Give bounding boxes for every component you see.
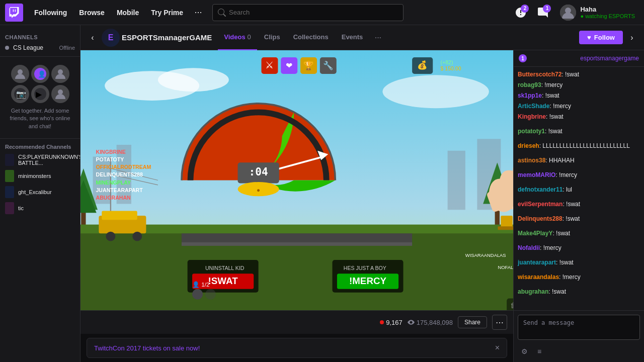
- svg-text:🏆: 🏆: [303, 60, 314, 71]
- svg-rect-34: [102, 211, 137, 220]
- search-icon: [218, 9, 226, 17]
- tab-events[interactable]: Events: [336, 25, 369, 50]
- nav-try-prime[interactable]: Try Prime: [146, 6, 188, 20]
- svg-text:MEMOMARIO: MEMOMARIO: [513, 205, 513, 211]
- chat-toolbar-icons: ⚙ ≡: [518, 345, 546, 358]
- friend-avatar-4: 📷: [11, 85, 29, 103]
- game-channel-name: CS:PLAYERUNKNOWN'S BATTLE...: [18, 154, 80, 166]
- svg-point-16: [382, 75, 489, 108]
- svg-rect-57: [205, 289, 216, 300]
- chat-message: astinos38: HHAHAH: [518, 156, 640, 165]
- share-button[interactable]: Share: [458, 316, 487, 328]
- sidebar-channel-csleague[interactable]: CS League Offline: [0, 42, 80, 53]
- follow-button[interactable]: ♥ Follow: [579, 31, 623, 44]
- user-area[interactable]: Haha ● watching ESPORTS: [556, 3, 639, 23]
- chat-message: wisaraandalas: !mercy: [518, 273, 640, 282]
- nav-mobile[interactable]: Mobile: [112, 6, 144, 20]
- friends-text: Get together. Add some friends, see who'…: [5, 107, 75, 130]
- game-channel-name-4: tic: [18, 205, 24, 211]
- video-chat-area: :04 ●: [80, 50, 644, 362]
- game-thumb-3: [5, 186, 14, 198]
- twitch-logo[interactable]: [5, 4, 23, 22]
- tab-collections[interactable]: Collections: [287, 25, 335, 50]
- viewers-dot: [380, 320, 384, 324]
- svg-text:POTATOTY: POTATOTY: [96, 156, 124, 162]
- messages-button[interactable]: 1: [534, 4, 552, 22]
- sidebar-divider-2: [0, 138, 80, 139]
- svg-text:KINGBRINE: KINGBRINE: [96, 149, 126, 155]
- nav-right-area: 2 1 Haha ● watching ESPORTS: [512, 3, 639, 23]
- channel-status: Offline: [59, 45, 75, 51]
- chat-message: Butterscotch72: !swat: [518, 70, 640, 79]
- chat-message: juantearapart: !swat: [518, 258, 640, 267]
- chat-message: memoMARIO: !mercy: [518, 170, 640, 179]
- game-thumb-4: [5, 202, 14, 214]
- more-options-button[interactable]: ⋯: [492, 315, 507, 330]
- video-player[interactable]: :04 ●: [80, 50, 513, 310]
- nav-browse[interactable]: Browse: [74, 6, 110, 20]
- channel-header-forward[interactable]: ›: [625, 31, 639, 45]
- chat-message: potatoty1: !swat: [518, 127, 640, 136]
- sidebar-item-battlegrounds[interactable]: CS:PLAYERUNKNOWN'S BATTLE...: [0, 152, 80, 168]
- chat-message: Make4PlayY: !swat: [518, 229, 640, 238]
- chat-settings-icon[interactable]: ⚙: [518, 345, 531, 358]
- svg-text:●: ●: [257, 187, 260, 193]
- game-background-svg: :04 ●: [80, 50, 513, 310]
- svg-rect-1: [13, 9, 14, 12]
- nav-more-button[interactable]: ···: [190, 5, 206, 21]
- chat-message: Kingbrine: !swat: [518, 112, 640, 121]
- friend-avatar-6: [51, 85, 69, 103]
- channel-tabs: Videos 0 Clips Collections Events ···: [218, 25, 386, 50]
- user-info: Haha ● watching ESPORTS: [580, 6, 635, 19]
- friend-avatar-3: [51, 65, 69, 83]
- channel-title: ESPORTSmanagerGAME: [122, 33, 212, 42]
- friend-avatar-5: ▶: [31, 85, 49, 103]
- svg-text:!SWAT: !SWAT: [208, 276, 238, 286]
- channel-status-dot: [5, 46, 9, 50]
- chat-message: sk1pp1e: !swat: [518, 91, 640, 100]
- chat-channel-name: esportsmanagergame: [580, 55, 639, 62]
- friend-avatar-2: 👤: [31, 65, 49, 83]
- video-section: :04 ●: [80, 50, 513, 362]
- svg-rect-56: [192, 289, 203, 300]
- svg-text:MINENGPLAY: MINENGPLAY: [96, 179, 131, 186]
- search-bar: [212, 4, 404, 21]
- channel-header-back[interactable]: ‹: [86, 31, 100, 45]
- chat-toolbar: ⚙ ≡: [518, 345, 640, 358]
- chat-messages[interactable]: Butterscotch72: !swatrobag93: !mercysk1p…: [514, 67, 644, 310]
- banner-close-button[interactable]: ×: [495, 343, 500, 352]
- user-status: ● watching ESPORTS: [580, 13, 635, 19]
- channel-logo-inner: E: [108, 33, 114, 42]
- friends-avatars: 👤 📷 ▶: [5, 65, 75, 103]
- main-layout: CHANNELS CS League Offline 👤 📷: [0, 25, 644, 362]
- svg-text:⚔: ⚔: [265, 60, 274, 70]
- svg-text:▶: ▶: [36, 90, 42, 99]
- svg-point-35: [106, 232, 115, 241]
- recommended-title: Recommended Channels: [0, 142, 80, 152]
- nav-links: Following Browse Mobile Try Prime ···: [29, 5, 206, 21]
- chat-title: 1: [519, 54, 576, 62]
- game-canvas: :04 ●: [80, 50, 513, 310]
- sidebar-divider: [0, 56, 80, 57]
- svg-rect-46: [498, 226, 514, 230]
- nav-following[interactable]: Following: [29, 6, 72, 20]
- sidebar-item-tic[interactable]: tic: [0, 200, 80, 216]
- channel-logo: E: [102, 29, 120, 47]
- tab-clips[interactable]: Clips: [258, 25, 286, 50]
- svg-text:OFFICIALRODTREAM: OFFICIALRODTREAM: [96, 164, 151, 170]
- tab-more-button[interactable]: ···: [370, 30, 386, 46]
- search-input[interactable]: [229, 9, 398, 16]
- svg-point-15: [158, 68, 229, 92]
- chat-message-input[interactable]: [518, 315, 640, 340]
- svg-text:WISARAANDALAS: WISARAANDALAS: [465, 252, 506, 258]
- sidebar-item-excalibur[interactable]: ght_Excalibur: [0, 184, 80, 200]
- svg-text:👤: 👤: [38, 70, 46, 78]
- sidebar-item-minimonsters[interactable]: minimonsters: [0, 168, 80, 184]
- tab-videos[interactable]: Videos 0: [218, 25, 257, 50]
- total-views: 175,848,098: [408, 319, 453, 326]
- notifications-button[interactable]: 2: [512, 4, 530, 22]
- chat-format-icon[interactable]: ≡: [533, 345, 546, 358]
- game-thumb: [5, 154, 14, 166]
- user-avatar: [560, 5, 576, 21]
- friends-area: 👤 📷 ▶ Get together. Add some friends, se…: [0, 60, 80, 135]
